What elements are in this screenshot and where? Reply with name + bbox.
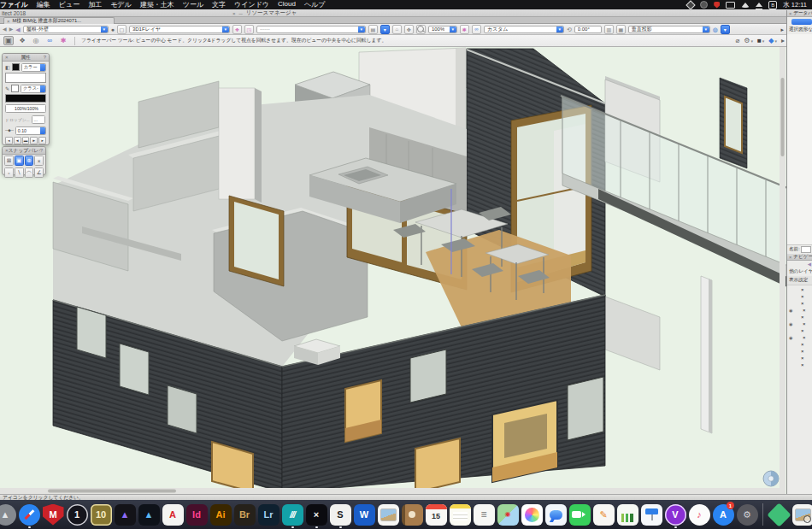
marker-button-1[interactable]: ◄	[14, 137, 21, 144]
layer-options-icon[interactable]: ▢	[117, 25, 127, 34]
class-nav-icon[interactable]: ❖	[232, 25, 242, 34]
dock-calendar[interactable]: 15	[424, 501, 448, 528]
dock-stack-pictures[interactable]	[791, 501, 812, 528]
menu-status-eject-icon[interactable]	[756, 3, 762, 7]
snap-angle-icon[interactable]: ⊕	[25, 156, 34, 166]
dock-indesign[interactable]: Id	[185, 501, 209, 528]
nav-layer-row[interactable]: ◉×	[789, 334, 811, 341]
fill-style-dropdown[interactable]: カラー	[21, 63, 46, 72]
nav-layer-row[interactable]: ×	[789, 293, 811, 300]
dock-preview[interactable]	[376, 501, 400, 528]
dock-affinity-photo[interactable]: ▲	[113, 501, 137, 528]
dock-safari[interactable]	[17, 501, 41, 528]
zoom-level-dropdown[interactable]: 100%▾	[428, 26, 457, 33]
dock-affinity-designer[interactable]: ▲	[137, 501, 161, 528]
dock-bridge[interactable]: Br	[232, 501, 256, 528]
fill-bucket-icon[interactable]: ◧	[5, 64, 10, 70]
snap-disable-icon[interactable]: ⌀	[735, 37, 739, 44]
opacity-button[interactable]: 100%/100%	[5, 104, 46, 113]
layer-visible-checkbox[interactable]: ×	[801, 287, 804, 292]
lineweight-dropdown[interactable]: 0.10	[15, 126, 46, 135]
tab-close-icon[interactable]: ×	[7, 19, 10, 24]
menu-item-file[interactable]: ファイル	[0, 0, 28, 9]
layer-visible-checkbox[interactable]: ×	[803, 308, 806, 313]
view-pane-icon[interactable]: ▥	[604, 25, 614, 34]
megaphone-icon[interactable]: ◀	[15, 26, 20, 33]
dock-capture-one[interactable]: 1	[65, 501, 89, 528]
menu-status-camera-icon[interactable]	[700, 1, 708, 9]
snap-intersection-icon[interactable]: ×	[34, 156, 44, 166]
marker-button-3[interactable]: ►	[30, 137, 38, 144]
dock-x-app[interactable]: ×	[304, 501, 328, 528]
dock-vectorworks[interactable]: ///	[280, 501, 304, 528]
sheet-menu-icon[interactable]: ▾	[380, 25, 390, 34]
nav-layer-row[interactable]: ◉×	[789, 320, 811, 327]
marker-button-2[interactable]: ▬	[22, 137, 30, 144]
nav-layer-row[interactable]: ×	[789, 314, 811, 320]
snap-curve-icon[interactable]: ◠	[25, 168, 34, 178]
eye-icon[interactable]: ◉	[789, 335, 794, 340]
menu-item-cloud[interactable]: Cloud	[278, 0, 296, 9]
data-palette-blue-button[interactable]	[791, 19, 812, 25]
view-center-mode-icon[interactable]: ▣	[3, 36, 14, 45]
flower-mode-icon[interactable]: ✱	[58, 36, 68, 45]
dock-scrivener[interactable]: S	[328, 501, 352, 528]
layer-visible-checkbox[interactable]: ×	[801, 342, 804, 347]
menu-item-edit[interactable]: 編集	[37, 0, 50, 9]
eye-icon[interactable]: ◉	[789, 321, 794, 326]
menu-clock[interactable]: 水 12:11	[783, 1, 807, 9]
rotate-icon[interactable]: ⟲	[567, 26, 572, 33]
dock-mcafee[interactable]: M	[41, 501, 65, 528]
help-icon[interactable]: ?	[44, 55, 46, 60]
layer-visible-checkbox[interactable]: ×	[801, 328, 804, 333]
dock-pages[interactable]: ✎	[591, 501, 615, 528]
menu-item-view[interactable]: ビュー	[59, 0, 79, 9]
viewbar-overflow-icon[interactable]: ▸	[780, 26, 784, 33]
nav-layer-row[interactable]: ×	[789, 327, 811, 334]
menu-status-boxb-icon[interactable]: B	[768, 1, 777, 9]
dock-word[interactable]: W	[352, 501, 376, 528]
name-input[interactable]	[801, 246, 811, 253]
dock-keynote[interactable]	[639, 501, 663, 528]
close-icon[interactable]: ×	[232, 11, 236, 16]
pen-icon[interactable]: ✎	[5, 85, 9, 91]
glasses-mode-icon[interactable]: ∞	[44, 36, 55, 45]
nav-layer-row[interactable]: ◉×	[789, 307, 811, 314]
model-canvas[interactable]	[0, 47, 812, 494]
render-menu-icon[interactable]: ▾	[721, 25, 730, 34]
menu-status-display-icon[interactable]	[726, 2, 735, 9]
dock-maps[interactable]: ◉	[496, 501, 520, 528]
dock-reminders[interactable]: ≡	[472, 501, 496, 528]
menu-status-wifi-icon[interactable]	[741, 3, 750, 8]
menu-item-model[interactable]: モデル	[110, 0, 132, 9]
fill-color-swatch[interactable]	[12, 63, 20, 71]
dock-system-preferences[interactable]: ⚙	[735, 501, 759, 528]
render-flower-icon[interactable]: ✱	[460, 25, 469, 34]
nav-layer-row[interactable]: ×	[789, 341, 811, 348]
render-mode-dropdown[interactable]: カスタム▾	[484, 26, 564, 33]
layer-visible-checkbox[interactable]: ×	[801, 294, 804, 299]
dock-v-player[interactable]: V	[663, 501, 687, 528]
walkthrough-icon[interactable]: ✥	[404, 25, 414, 34]
render-globe-icon[interactable]: ◍	[713, 26, 718, 33]
close-icon[interactable]: ×	[5, 55, 9, 60]
layer-visible-checkbox[interactable]: ×	[803, 321, 806, 326]
document-tab[interactable]: × M様 BIM化 推進本部2024071...	[3, 17, 115, 24]
gear-icon[interactable]: ⚙▾	[744, 37, 753, 44]
menu-status-shield-icon[interactable]	[714, 2, 720, 9]
dock-lightroom[interactable]: Lr	[256, 501, 280, 528]
snap-distance-icon[interactable]: ▫	[4, 168, 14, 178]
snap-grid-icon[interactable]: ⊞	[4, 156, 14, 166]
class-options-icon[interactable]: ●	[111, 26, 115, 33]
nav-layer-row[interactable]: ×	[789, 361, 811, 368]
marker-button-0[interactable]: ◂	[5, 137, 13, 144]
layer-visible-checkbox[interactable]: ×	[801, 362, 804, 367]
dock-itunes[interactable]: ♪	[687, 501, 711, 528]
stereo-glasses-icon[interactable]: ∞	[472, 25, 481, 34]
menu-item-modify[interactable]: 加工	[88, 0, 102, 9]
blue-cube-icon[interactable]: ◆▾	[768, 37, 777, 44]
menu-item-text[interactable]: 文字	[212, 0, 226, 9]
dock-illustrator[interactable]: Ai	[209, 501, 232, 528]
snap-tangent-icon[interactable]: ∠	[34, 168, 44, 178]
dock-capture-one-10[interactable]: 10	[89, 501, 113, 528]
